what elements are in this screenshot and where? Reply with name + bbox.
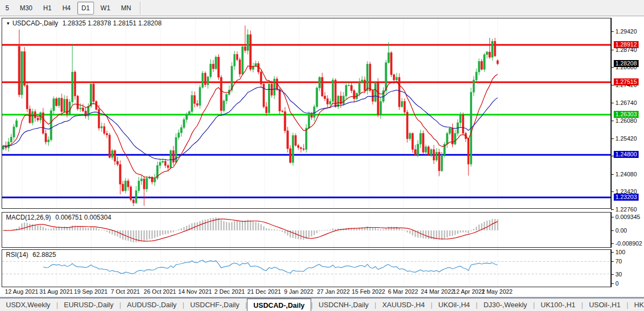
price-tick: 1.25420 xyxy=(615,135,637,142)
trading-terminal-window: 5M30H1H4D1W1MN ▼USDCAD-,Daily1.28325 1.2… xyxy=(0,0,644,311)
macd-label-row: MACD(12,26,9)0.006751 0.005304 xyxy=(6,214,111,221)
macd-axis-line xyxy=(611,212,612,248)
timeframe-button-mn[interactable]: MN xyxy=(117,2,136,15)
tab-ukoil-h4[interactable]: UKOil-,H4 xyxy=(432,299,476,311)
tab-usdx-weekly[interactable]: USDX,Weekly xyxy=(0,299,56,311)
price-tick: 1.24080 xyxy=(615,171,637,177)
timeframe-button-5[interactable]: 5 xyxy=(1,2,14,15)
current-price-badge: 1.28208 xyxy=(614,60,639,67)
tab-xauusd-h4[interactable]: XAUUSD-,H4 xyxy=(376,299,431,311)
rsi-tick-dash xyxy=(612,261,614,262)
price-tick-dash xyxy=(612,138,614,139)
date-label: 26 Oct 2021 xyxy=(144,288,176,295)
timeframe-button-h4[interactable]: H4 xyxy=(58,2,75,15)
rsi-axis-line xyxy=(611,249,612,287)
rsi-canvas[interactable] xyxy=(2,250,611,287)
rsi-tick: 100 xyxy=(615,249,625,255)
macd-label: MACD(12,26,9) xyxy=(6,214,51,221)
date-label: 12 Apr 2022 xyxy=(453,288,485,295)
date-label: 12 Aug 2021 xyxy=(5,288,38,295)
price-axis: 1.294201.287401.280801.274201.267401.260… xyxy=(611,16,644,297)
level-price-badge: 1.23203 xyxy=(614,194,639,201)
price-tick-dash xyxy=(612,209,614,210)
macd-tick: 0.009345 xyxy=(615,214,640,220)
collapse-triangle-icon[interactable]: ▼ xyxy=(6,21,10,26)
rsi-label: RSI(14) xyxy=(6,251,28,259)
price-tick-dash xyxy=(612,50,614,50)
price-axis-line xyxy=(611,18,612,210)
rsi-tick-dash xyxy=(612,283,614,284)
price-tick-dash xyxy=(612,31,614,32)
price-tick: 1.29420 xyxy=(615,28,637,35)
level-price-badge: 1.27515 xyxy=(614,78,639,85)
date-label: 9 Jan 2022 xyxy=(284,288,313,295)
tab-usdchf-daily[interactable]: USDCHF-,Daily xyxy=(184,299,245,311)
timeframe-toolbar: 5M30H1H4D1W1MN xyxy=(0,0,644,16)
price-tick: 1.26080 xyxy=(615,117,637,124)
timeframe-button-m30[interactable]: M30 xyxy=(16,2,37,15)
level-price-badge: 1.28912 xyxy=(614,41,639,48)
date-label: 2 Dec 2021 xyxy=(214,288,245,295)
price-tick-dash xyxy=(612,191,614,192)
macd-tick-dash xyxy=(612,230,614,231)
chart-ohlc-quote: 1.28325 1.28378 1.28151 1.28208 xyxy=(63,19,162,27)
main-chart-panel[interactable]: ▼USDCAD-,Daily1.28325 1.28378 1.28151 1.… xyxy=(2,18,611,209)
tab-usoil-h1[interactable]: USOil-,H1 xyxy=(583,299,627,311)
rsi-label-row: RSI(14)62.8825 xyxy=(6,251,56,259)
rsi-panel[interactable]: RSI(14)62.8825 xyxy=(2,249,611,287)
rsi-value: 62.8825 xyxy=(32,251,56,259)
level-price-badge: 1.24800 xyxy=(614,151,639,158)
rsi-tick: 0 xyxy=(615,280,619,287)
rsi-tick-dash xyxy=(612,252,614,253)
date-label: 19 Sep 2021 xyxy=(74,288,108,295)
timeframe-button-d1[interactable]: D1 xyxy=(77,2,94,15)
date-label: 27 Jan 2022 xyxy=(317,288,350,295)
price-tick-dash xyxy=(612,174,614,175)
chart-title: ▼USDCAD-,Daily1.28325 1.28378 1.28151 1.… xyxy=(6,19,162,27)
price-tick-dash xyxy=(612,103,614,103)
price-tick: 1.26740 xyxy=(615,100,637,106)
rsi-tick: 30 xyxy=(615,271,622,277)
date-label: 15 Feb 2022 xyxy=(352,288,385,295)
macd-tick-dash xyxy=(612,217,614,217)
tab-hk50-h1[interactable]: HK50-,H1 xyxy=(628,299,644,311)
macd-tick: -0.008902 xyxy=(615,240,642,247)
macd-panel[interactable]: MACD(12,26,9)0.006751 0.005304 xyxy=(2,212,611,248)
chart-tabbar: USDX,Weekly|EURUSD-,Daily|AUDUSD-,Daily|… xyxy=(0,298,644,311)
level-price-badge: 1.26303 xyxy=(614,111,639,118)
date-label: 21 Dec 2021 xyxy=(247,288,281,295)
macd-tick: 0.00 xyxy=(615,227,627,234)
timeframe-button-w1[interactable]: W1 xyxy=(96,2,115,15)
date-label: 1 May 2022 xyxy=(481,288,512,295)
price-tick: 1.22760 xyxy=(615,206,637,213)
tab-uk100-h1[interactable]: UK100-,H1 xyxy=(535,299,581,311)
tab-usdcnh-daily[interactable]: USDCNH-,Daily xyxy=(313,299,374,311)
toolbar-divider xyxy=(140,2,141,15)
chart-symbol-label: USDCAD-,Daily xyxy=(12,19,58,27)
price-tick-dash xyxy=(612,67,614,68)
date-label: 24 Mar 2022 xyxy=(421,288,454,295)
macd-values: 0.006751 0.005304 xyxy=(55,214,111,221)
date-label: 6 Mar 2022 xyxy=(388,288,418,295)
tab-audusd-daily[interactable]: AUDUSD-,Daily xyxy=(121,299,183,311)
date-label: 31 Aug 2021 xyxy=(39,288,73,295)
timeframe-button-h1[interactable]: H1 xyxy=(39,2,56,15)
rsi-tick: 70 xyxy=(615,258,622,264)
price-tick-dash xyxy=(612,121,614,121)
macd-tick-dash xyxy=(612,243,614,244)
date-label: 14 Nov 2021 xyxy=(178,288,212,295)
tab-dj30-weekly[interactable]: DJ30-,Weekly xyxy=(478,299,533,311)
tab-eurusd-daily[interactable]: EURUSD-,Daily xyxy=(58,299,119,311)
date-label: 7 Oct 2021 xyxy=(111,288,140,295)
main-chart-canvas[interactable] xyxy=(2,18,611,208)
tab-usdcad-daily[interactable]: USDCAD-,Daily xyxy=(247,299,311,311)
rsi-tick-dash xyxy=(612,274,614,275)
